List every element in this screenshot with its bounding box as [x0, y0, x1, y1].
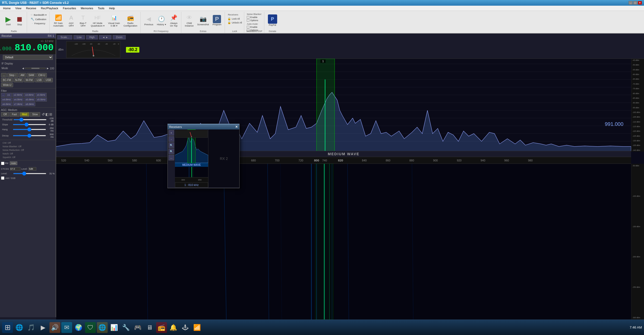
popup-close-button[interactable]: ✕: [235, 125, 238, 129]
agc-fast[interactable]: Fast: [10, 112, 19, 117]
mode-lsb[interactable]: LSB: [35, 78, 44, 82]
taskbar-icon-chrome[interactable]: 🌐: [97, 322, 108, 333]
agc-reset[interactable]: ↺: [42, 112, 45, 117]
menu-tools[interactable]: Tools: [96, 6, 107, 10]
nb-options-checkbox[interactable]: [247, 19, 249, 22]
filter-7khz[interactable]: ±7.0kHz: [13, 102, 24, 106]
nb-enable-checkbox[interactable]: [247, 16, 249, 19]
taskbar-icon-ctrl[interactable]: 🕹: [180, 322, 191, 333]
paypal-button[interactable]: P PayPal: [267, 14, 278, 27]
popup-search-plus[interactable]: 🔍: [168, 142, 174, 148]
menu-help[interactable]: Help: [107, 6, 117, 10]
always-on-top-button[interactable]: 📌 AlwaysOn Top: [169, 13, 179, 28]
bandwidth-button[interactable]: ≋ Bandwidth ▾: [30, 13, 47, 17]
popup-search-minus[interactable]: 🔍: [168, 149, 174, 154]
child-instance-button[interactable]: 👁 ChildInstance: [184, 13, 195, 28]
calibration-button[interactable]: 🔧 Calibration: [30, 17, 47, 21]
filter-4khz[interactable]: ±4.0kHz: [1, 97, 12, 102]
taskbar-icon-security[interactable]: 🛡: [85, 322, 96, 333]
agc-med[interactable]: Med: [20, 112, 29, 117]
menu-memories[interactable]: Memories: [79, 6, 95, 10]
decay-slider[interactable]: [13, 135, 46, 136]
mode-cw-u[interactable]: CW-U: [36, 73, 47, 77]
if-scroll-right[interactable]: ►: [46, 67, 49, 70]
slope-slider[interactable]: [13, 124, 46, 125]
agc-slow[interactable]: Slow: [30, 112, 40, 117]
taskbar-icon-stats[interactable]: 📊: [109, 322, 120, 333]
taskbar-icon-browser[interactable]: 🌐: [14, 322, 25, 333]
mode-n-fm[interactable]: N-FM: [13, 78, 23, 82]
filter-8khz[interactable]: ±8.0kHz: [24, 102, 35, 106]
high-button[interactable]: High: [86, 35, 98, 39]
level-slider[interactable]: [13, 173, 46, 174]
hf-mode-button[interactable]: HF HF ModeQuadrature ▾: [90, 13, 106, 28]
start-menu-icon[interactable]: ⊞: [2, 322, 13, 333]
frequency-button[interactable]: ~ Frequency: [31, 22, 46, 25]
taskbar-icon-email[interactable]: ✉: [61, 322, 72, 333]
close-button[interactable]: ✕: [638, 1, 642, 5]
radio-config-button[interactable]: 📻 RadioConfiguration: [122, 13, 138, 28]
taskbar-icon-tools[interactable]: 🔧: [121, 322, 131, 333]
bias-t-button[interactable]: T Bias-TOff ▾: [78, 13, 88, 28]
auto-button[interactable]: Auto: [10, 161, 17, 165]
maximize-button[interactable]: □: [633, 1, 637, 5]
menu-rec-playback[interactable]: Rec/Playback: [39, 6, 60, 10]
nav-button[interactable]: ◄ ►: [99, 35, 112, 39]
default-dropdown[interactable]: Default: [3, 55, 53, 60]
taskbar-icon-wifi[interactable]: 📶: [192, 322, 202, 333]
fm-checkbox[interactable]: [1, 162, 4, 165]
filter-dots[interactable]: ...: [1, 93, 6, 97]
filter-2-5khz[interactable]: ±2.5kHz: [12, 93, 23, 97]
stop-button[interactable]: ⏹ Stop: [14, 14, 25, 26]
spectrum-display[interactable]: 1: [56, 59, 631, 152]
if-scroll-left[interactable]: ◄: [22, 67, 25, 70]
popup-more[interactable]: ...: [168, 155, 174, 160]
agc-icon1[interactable]: ◧: [45, 112, 49, 117]
mode-am[interactable]: AM: [19, 73, 26, 77]
taskbar-icon-games[interactable]: 🎮: [132, 322, 143, 333]
threshold-slider[interactable]: [13, 119, 47, 120]
visual-gain-button[interactable]: 📊 Visual Gain0 dB ▾: [107, 13, 121, 28]
menu-home[interactable]: Home: [1, 6, 13, 10]
filter-5-5khz[interactable]: ±5.5kHz: [36, 97, 47, 102]
mode-w-fm[interactable]: W-FM: [24, 78, 35, 82]
lock-all-button[interactable]: 🔒 Lock All: [227, 17, 242, 20]
unlock-all-button[interactable]: 🔓 Unlock All: [227, 21, 242, 24]
ctcss-input[interactable]: [10, 167, 20, 171]
start-button[interactable]: ▶ Start: [3, 14, 13, 26]
menu-view[interactable]: View: [13, 6, 23, 10]
menu-receive[interactable]: Receive: [24, 6, 38, 10]
minimize-button[interactable]: _: [629, 1, 633, 5]
rf-gain-button[interactable]: 📶 RF GainAutomatic: [52, 13, 65, 28]
taskbar-icon-radio[interactable]: 📻: [156, 322, 167, 333]
taskbar-icon-monitor[interactable]: 🖥: [144, 322, 155, 333]
taskbar-icon-notify[interactable]: 🔔: [168, 322, 179, 333]
taskbar-icon-player[interactable]: ▶: [38, 322, 48, 333]
filter-6khz[interactable]: ±6.0kHz: [1, 102, 12, 106]
level-input[interactable]: [29, 167, 36, 171]
taskbar-icon-map[interactable]: 🌍: [73, 322, 84, 333]
hang-slider[interactable]: [13, 129, 46, 130]
mode-wide-u[interactable]: Wide-U: [1, 83, 13, 87]
low-button[interactable]: Low: [73, 35, 85, 39]
if-scrollbar[interactable]: [25, 68, 46, 69]
agc-icon2[interactable]: ⊞: [49, 112, 52, 117]
mode-usb[interactable]: USB: [44, 78, 53, 82]
mode-step[interactable]: Step ↑: [7, 73, 18, 77]
taskbar-icon-music[interactable]: 🎵: [26, 322, 37, 333]
filter-3khz[interactable]: ±3.0kHz: [24, 93, 35, 97]
filter-dot1[interactable]: ±1·: [6, 93, 12, 97]
scale-button[interactable]: Scale...: [57, 35, 72, 39]
mode-sam[interactable]: SAM: [27, 73, 36, 77]
agc-off[interactable]: Off: [1, 112, 9, 117]
popup-zoom-plus[interactable]: +: [168, 130, 174, 136]
popup-zoom-minus[interactable]: -: [168, 136, 174, 142]
am-ssb-checkbox[interactable]: [1, 176, 4, 180]
auto-mute-enable-checkbox[interactable]: [247, 26, 249, 28]
mode-dots[interactable]: ...: [1, 73, 7, 77]
screenshot-button[interactable]: 📷 Screenshot: [196, 14, 210, 26]
previous-button[interactable]: ◀ Previous: [143, 14, 154, 26]
filter-4-5khz[interactable]: ±4.5kHz: [13, 97, 24, 102]
filter-5khz[interactable]: ±5.0kHz: [24, 97, 35, 102]
history-button[interactable]: 🕐 History ▾: [156, 14, 167, 26]
